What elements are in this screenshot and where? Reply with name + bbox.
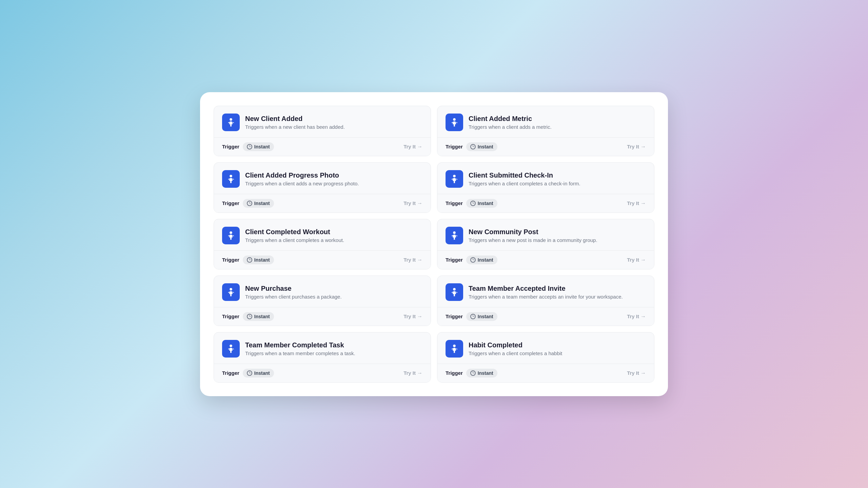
try-it-button-client-completed-workout[interactable]: Try It → <box>403 257 422 263</box>
card-title-client-added-metric: Client Added Metric <box>469 115 646 123</box>
arrow-icon-client-completed-workout: → <box>417 257 422 263</box>
card-header-new-community-post: New Community Post Triggers when a new p… <box>437 219 654 250</box>
clock-icon-client-submitted-check-in <box>470 201 476 206</box>
svg-point-7 <box>453 288 456 290</box>
card-icon-client-submitted-check-in <box>446 170 463 188</box>
card-desc-new-community-post: Triggers when a new post is made in a co… <box>469 237 646 243</box>
badge-text-client-added-metric: Instant <box>478 144 493 149</box>
card-footer-new-purchase: Trigger Instant Try It → <box>214 307 431 326</box>
card-title-client-added-progress-photo: Client Added Progress Photo <box>245 171 422 179</box>
card-icon-client-added-metric <box>446 114 463 131</box>
card-header-client-submitted-check-in: Client Submitted Check-In Triggers when … <box>437 163 654 194</box>
try-it-button-client-submitted-check-in[interactable]: Try It → <box>627 200 646 206</box>
clock-icon-client-added-metric <box>470 144 476 149</box>
try-it-text-client-added-progress-photo: Try It <box>403 200 416 206</box>
svg-point-4 <box>230 231 232 234</box>
badge-text-team-member-completed-task: Instant <box>254 370 270 376</box>
svg-point-5 <box>453 231 456 234</box>
try-it-button-team-member-completed-task[interactable]: Try It → <box>403 370 422 376</box>
card-header-habit-completed: Habit Completed Triggers when a client c… <box>437 332 654 364</box>
trigger-label-new-community-post: Trigger <box>446 257 463 263</box>
clock-icon-habit-completed <box>470 370 476 376</box>
instant-badge-client-added-metric: Instant <box>466 142 497 151</box>
clock-icon-team-member-completed-task <box>247 370 252 376</box>
svg-point-1 <box>453 118 456 121</box>
card-title-team-member-completed-task: Team Member Completed Task <box>245 341 422 349</box>
trigger-label-habit-completed: Trigger <box>446 370 463 376</box>
card-title-new-purchase: New Purchase <box>245 285 422 292</box>
instant-badge-habit-completed: Instant <box>466 369 497 378</box>
arrow-icon-team-member-accepted-invite: → <box>640 313 646 320</box>
card-title-habit-completed: Habit Completed <box>469 341 646 349</box>
clock-icon-client-added-progress-photo <box>247 201 252 206</box>
arrow-icon-habit-completed: → <box>640 370 646 376</box>
try-it-button-new-client-added[interactable]: Try It → <box>403 144 422 150</box>
badge-text-client-added-progress-photo: Instant <box>254 201 270 206</box>
clock-icon-new-community-post <box>470 257 476 263</box>
instant-badge-new-client-added: Instant <box>243 142 274 151</box>
trigger-label-team-member-accepted-invite: Trigger <box>446 313 463 319</box>
card-new-community-post: New Community Post Triggers when a new p… <box>437 219 654 269</box>
svg-point-2 <box>230 175 232 177</box>
svg-point-0 <box>230 118 232 121</box>
try-it-button-habit-completed[interactable]: Try It → <box>627 370 646 376</box>
instant-badge-team-member-completed-task: Instant <box>243 369 274 378</box>
card-desc-team-member-accepted-invite: Triggers when a team member accepts an i… <box>469 294 646 300</box>
card-footer-new-community-post: Trigger Instant Try It → <box>437 250 654 269</box>
badge-text-habit-completed: Instant <box>478 370 493 376</box>
card-icon-team-member-accepted-invite <box>446 283 463 301</box>
card-footer-team-member-completed-task: Trigger Instant Try It → <box>214 364 431 382</box>
trigger-label-new-purchase: Trigger <box>222 313 239 319</box>
instant-badge-new-community-post: Instant <box>466 256 497 264</box>
card-desc-client-completed-workout: Triggers when a client completes a worko… <box>245 237 422 243</box>
card-desc-new-purchase: Triggers when client purchases a package… <box>245 294 422 300</box>
card-header-client-added-progress-photo: Client Added Progress Photo Triggers whe… <box>214 163 431 194</box>
card-footer-habit-completed: Trigger Instant Try It → <box>437 364 654 382</box>
card-footer-client-completed-workout: Trigger Instant Try It → <box>214 250 431 269</box>
clock-icon-team-member-accepted-invite <box>470 314 476 319</box>
card-header-new-client-added: New Client Added Triggers when a new cli… <box>214 106 431 137</box>
try-it-text-habit-completed: Try It <box>627 370 639 376</box>
card-client-added-progress-photo: Client Added Progress Photo Triggers whe… <box>214 162 431 213</box>
try-it-text-new-purchase: Try It <box>403 313 416 319</box>
try-it-button-client-added-metric[interactable]: Try It → <box>627 144 646 150</box>
try-it-button-client-added-progress-photo[interactable]: Try It → <box>403 200 422 206</box>
clock-icon-new-client-added <box>247 144 252 149</box>
card-desc-team-member-completed-task: Triggers when a team member completes a … <box>245 350 422 356</box>
try-it-text-new-community-post: Try It <box>627 257 639 263</box>
card-icon-client-completed-workout <box>222 227 240 244</box>
instant-badge-team-member-accepted-invite: Instant <box>466 312 497 321</box>
card-icon-new-purchase <box>222 283 240 301</box>
card-header-team-member-completed-task: Team Member Completed Task Triggers when… <box>214 332 431 364</box>
card-header-client-completed-workout: Client Completed Workout Triggers when a… <box>214 219 431 250</box>
svg-point-3 <box>453 175 456 177</box>
try-it-button-new-community-post[interactable]: Try It → <box>627 257 646 263</box>
badge-text-team-member-accepted-invite: Instant <box>478 314 493 319</box>
card-title-new-client-added: New Client Added <box>245 115 422 123</box>
badge-text-new-community-post: Instant <box>478 257 493 263</box>
card-footer-client-added-progress-photo: Trigger Instant Try It → <box>214 194 431 212</box>
try-it-button-team-member-accepted-invite[interactable]: Try It → <box>627 313 646 320</box>
card-title-team-member-accepted-invite: Team Member Accepted Invite <box>469 285 646 292</box>
try-it-text-team-member-completed-task: Try It <box>403 370 416 376</box>
try-it-button-new-purchase[interactable]: Try It → <box>403 313 422 320</box>
arrow-icon-team-member-completed-task: → <box>417 370 422 376</box>
card-icon-new-community-post <box>446 227 463 244</box>
card-title-client-completed-workout: Client Completed Workout <box>245 228 422 236</box>
main-container: New Client Added Triggers when a new cli… <box>200 92 668 396</box>
card-header-client-added-metric: Client Added Metric Triggers when a clie… <box>437 106 654 137</box>
try-it-text-new-client-added: Try It <box>403 144 416 149</box>
badge-text-new-purchase: Instant <box>254 314 270 319</box>
trigger-label-team-member-completed-task: Trigger <box>222 370 239 376</box>
card-footer-client-added-metric: Trigger Instant Try It → <box>437 137 654 156</box>
arrow-icon-client-submitted-check-in: → <box>640 200 646 206</box>
card-habit-completed: Habit Completed Triggers when a client c… <box>437 332 654 383</box>
clock-icon-client-completed-workout <box>247 257 252 263</box>
cards-grid: New Client Added Triggers when a new cli… <box>214 106 654 383</box>
card-client-completed-workout: Client Completed Workout Triggers when a… <box>214 219 431 269</box>
arrow-icon-new-community-post: → <box>640 257 646 263</box>
instant-badge-client-completed-workout: Instant <box>243 256 274 264</box>
svg-point-9 <box>453 344 456 347</box>
svg-point-6 <box>230 288 232 290</box>
card-header-team-member-accepted-invite: Team Member Accepted Invite Triggers whe… <box>437 276 654 307</box>
